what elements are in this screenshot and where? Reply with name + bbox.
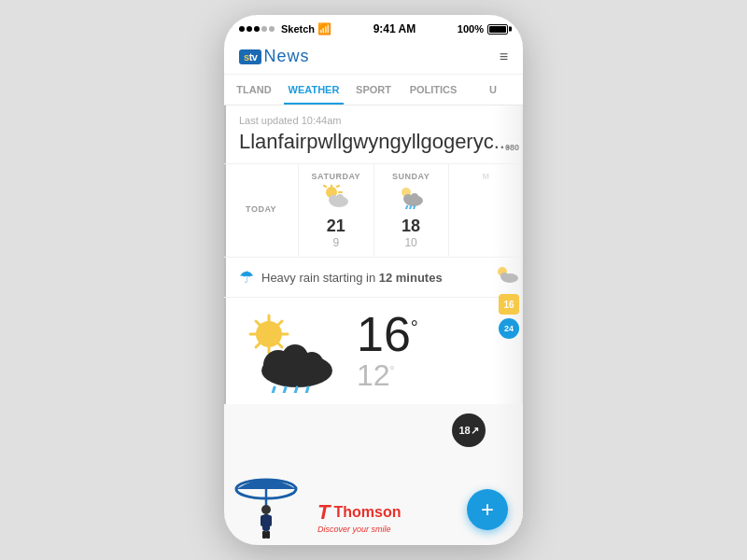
svg-rect-38 (262, 531, 266, 539)
svg-point-27 (301, 352, 323, 374)
wifi-icon: 📶 (317, 22, 331, 35)
svg-line-21 (278, 343, 282, 347)
svg-rect-36 (261, 515, 265, 526)
tab-politics[interactable]: POLITICS (403, 75, 463, 105)
phone-frame: Sketch 📶 9:41 AM 100% stv News ≡ TLAND W… (224, 15, 523, 545)
logo-area: stv News (239, 47, 309, 66)
current-temp-high: 16° (357, 310, 418, 358)
svg-line-23 (256, 343, 260, 347)
saturday-low: 9 (333, 236, 340, 249)
forecast-today: TODAY (224, 164, 299, 257)
fab-add-button[interactable]: + (467, 489, 508, 530)
ad-person-image (224, 461, 308, 545)
weather-alert: ☂ Heavy rain starting in 12 minutes (224, 258, 523, 298)
tab-sport[interactable]: SPORT (344, 75, 403, 105)
svg-line-22 (278, 321, 282, 325)
tab-bar: TLAND WEATHER SPORT POLITICS U (224, 75, 523, 105)
status-time: 9:41 AM (374, 22, 416, 35)
thomson-ad-logo: T Thomson Discover your smile (317, 500, 401, 534)
forecast-saturday: SATURDAY (299, 164, 374, 257)
alert-text: Heavy rain starting in 12 minutes (261, 271, 443, 285)
svg-line-29 (283, 387, 286, 393)
carrier-name: Sketch (281, 23, 315, 35)
battery-percent: 100% (458, 23, 484, 35)
battery-icon (487, 24, 508, 35)
thomson-t-icon: T (317, 500, 330, 525)
saturday-icon (306, 185, 365, 215)
current-weather: 16° 12° (224, 298, 523, 404)
sunday-high: 18 (402, 217, 420, 236)
saturday-high: 21 (327, 217, 345, 236)
svg-line-3 (337, 186, 339, 187)
last-updated: Last updated 10:44am (224, 105, 523, 130)
tab-scotland[interactable]: TLAND (224, 75, 284, 105)
monday-label: M (457, 172, 515, 181)
tab-weather[interactable]: WEATHER (284, 75, 344, 105)
svg-rect-37 (267, 515, 272, 526)
status-right: 100% (458, 23, 508, 35)
svg-line-4 (324, 186, 326, 187)
signal-dots (239, 26, 275, 32)
saturday-label: SATURDAY (306, 172, 365, 181)
news-logo-text: News (263, 47, 309, 66)
status-bar: Sketch 📶 9:41 AM 100% (224, 15, 523, 39)
location-title: Llanfairpwllgwyngyllgogeryc... (224, 130, 523, 163)
current-weather-icon (239, 309, 342, 393)
sunday-icon (382, 185, 441, 215)
svg-point-7 (336, 194, 344, 202)
svg-point-34 (261, 505, 271, 514)
stv-logo: stv (239, 49, 261, 64)
status-left: Sketch 📶 (239, 22, 331, 35)
svg-line-30 (294, 387, 297, 393)
forecast-monday: M (449, 164, 523, 257)
svg-line-13 (410, 206, 411, 209)
svg-point-11 (411, 193, 418, 201)
thomson-tagline: Discover your smile (317, 525, 391, 534)
tab-more[interactable]: U (463, 75, 523, 105)
svg-rect-39 (266, 531, 270, 539)
umbrella-icon: ☂ (239, 267, 254, 287)
sunday-low: 10 (404, 236, 416, 249)
current-temp-low: 12° (357, 358, 394, 393)
nav-bar: stv News ≡ (224, 39, 523, 75)
thomson-brand-name: Thomson (333, 504, 401, 521)
temp-display: 16° 12° (357, 310, 418, 393)
svg-line-12 (406, 206, 407, 209)
svg-line-31 (305, 387, 308, 393)
wind-badge: 18↗ (452, 413, 486, 447)
svg-line-28 (272, 387, 275, 393)
forecast-row: TODAY SATURDAY (224, 163, 523, 258)
main-content: Last updated 10:44am Llanfairpwllgwyngyl… (224, 105, 523, 545)
today-label: TODAY (246, 204, 276, 214)
svg-line-14 (414, 206, 415, 209)
hamburger-menu-icon[interactable]: ≡ (500, 49, 508, 65)
forecast-sunday: SUNDAY 18 10 (374, 164, 449, 257)
svg-line-20 (256, 321, 260, 325)
sunday-label: SUNDAY (382, 172, 441, 181)
